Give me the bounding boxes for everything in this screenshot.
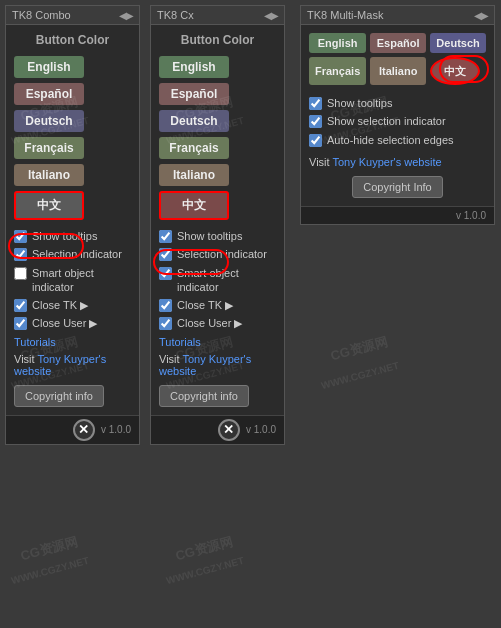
mm-tooltips-checkbox[interactable] [309,97,322,110]
cx-tooltips-checkbox[interactable] [159,230,172,243]
combo-check-smart[interactable]: Smart object indicator [14,266,131,295]
mm-autohide-checkbox[interactable] [309,134,322,147]
combo-check-tooltips[interactable]: Show tooltips [14,229,131,243]
cx-closetk-checkbox[interactable] [159,299,172,312]
combo-smart-checkbox[interactable] [14,267,27,280]
cx-close-btn[interactable]: ✕ [218,419,240,441]
cx-lang-english[interactable]: English [159,56,229,78]
combo-arrows: ◀▶ [119,10,133,21]
combo-closeuser-checkbox[interactable] [14,317,27,330]
cx-check-tooltips[interactable]: Show tooltips [159,229,276,243]
cx-check-smart[interactable]: Smart object indicator [159,266,276,295]
combo-visit-text: Visit Tony Kuyper's website [14,353,131,377]
mm-lang-zhongwen[interactable]: 中文 [430,57,480,85]
cx-lang-italiano[interactable]: Italiano [159,164,229,186]
combo-version: v 1.0.0 [101,424,131,435]
multimask-content: English Español Deutsch Français Italian… [301,25,494,206]
cx-header: TK8 Cx ◀▶ [151,6,284,25]
combo-title: TK8 Combo [12,9,71,21]
watermark-8: WWW.CGZY.NET [10,555,90,586]
mm-check-selection[interactable]: Show selection indicator [309,114,486,128]
multimask-version-bar: v 1.0.0 [301,206,494,224]
combo-close-btn[interactable]: ✕ [73,419,95,441]
combo-closetk-checkbox[interactable] [14,299,27,312]
combo-lang-zhongwen[interactable]: 中文 [14,191,84,220]
tk8-cx-panel: TK8 Cx ◀▶ Button Color English Español D… [150,5,285,445]
cx-tutorials-link[interactable]: Tutorials [159,336,276,348]
cx-lang-zhongwen[interactable]: 中文 [159,191,229,220]
cx-selection-checkbox[interactable] [159,248,172,261]
mm-lang-italiano[interactable]: Italiano [370,57,426,85]
mm-visit-text: Visit Tony Kuyper's website [309,156,486,168]
mm-selection-checkbox[interactable] [309,115,322,128]
combo-lang-english[interactable]: English [14,56,84,78]
cx-lang-francais[interactable]: Français [159,137,229,159]
cx-closeuser-checkbox[interactable] [159,317,172,330]
multimask-arrows: ◀▶ [474,10,488,21]
combo-content: Button Color English Español Deutsch Fra… [6,25,139,415]
combo-selection-checkbox[interactable] [14,248,27,261]
combo-check-closetk[interactable]: Close TK ▶ [14,298,131,312]
combo-tooltips-checkbox[interactable] [14,230,27,243]
mm-check-tooltips[interactable]: Show tooltips [309,96,486,110]
multimask-title: TK8 Multi-Mask [307,9,383,21]
watermark-5: CG资源网 [329,333,390,366]
watermark-9: CG资源网 [174,533,235,566]
combo-header: TK8 Combo ◀▶ [6,6,139,25]
mm-lang-english[interactable]: English [309,33,366,53]
cx-button-color: Button Color [159,33,276,47]
combo-lang-francais[interactable]: Français [14,137,84,159]
mm-copyright-btn[interactable]: Copyright Info [352,176,442,198]
watermark-10: WWW.CGZY.NET [165,555,245,586]
combo-check-closeuser[interactable]: Close User ▶ [14,316,131,330]
combo-button-color: Button Color [14,33,131,47]
combo-lang-italiano[interactable]: Italiano [14,164,84,186]
cx-lang-espanol[interactable]: Español [159,83,229,105]
mm-version: v 1.0.0 [456,210,486,221]
mm-tony-link[interactable]: Tony Kuyper's website [332,156,441,168]
mm-check-autohide[interactable]: Auto-hide selection edges [309,133,486,147]
cx-arrows: ◀▶ [264,10,278,21]
cx-version: v 1.0.0 [246,424,276,435]
cx-version-bar: ✕ v 1.0.0 [151,415,284,444]
combo-lang-deutsch[interactable]: Deutsch [14,110,84,132]
watermark-7: CG资源网 [19,533,80,566]
combo-version-bar: ✕ v 1.0.0 [6,415,139,444]
cx-tony-link[interactable]: Tony Kuyper's website [159,353,251,377]
mm-lang-deutsch[interactable]: Deutsch [430,33,486,53]
cx-content: Button Color English Español Deutsch Fra… [151,25,284,415]
watermark-6: WWW.CGZY.NET [320,360,400,391]
combo-lang-espanol[interactable]: Español [14,83,84,105]
multimask-header: TK8 Multi-Mask ◀▶ [301,6,494,25]
cx-lang-deutsch[interactable]: Deutsch [159,110,229,132]
combo-tony-link[interactable]: Tony Kuyper's website [14,353,106,377]
combo-copyright-btn[interactable]: Copyright info [14,385,104,407]
cx-visit-text: Visit Tony Kuyper's website [159,353,276,377]
multimask-lang-grid: English Español Deutsch Français Italian… [309,33,486,85]
cx-check-selection[interactable]: Selection indicator [159,247,276,261]
mm-lang-espanol[interactable]: Español [370,33,426,53]
combo-check-selection[interactable]: Selection indicator [14,247,131,261]
cx-title: TK8 Cx [157,9,194,21]
cx-smart-checkbox[interactable] [159,267,172,280]
tk8-multimask-panel: TK8 Multi-Mask ◀▶ English Español Deutsc… [300,5,495,225]
cx-copyright-btn[interactable]: Copyright info [159,385,249,407]
combo-tutorials-link[interactable]: Tutorials [14,336,131,348]
tk8-combo-panel: TK8 Combo ◀▶ Button Color English Españo… [5,5,140,445]
cx-check-closeuser[interactable]: Close User ▶ [159,316,276,330]
cx-check-closetk[interactable]: Close TK ▶ [159,298,276,312]
mm-lang-francais[interactable]: Français [309,57,366,85]
